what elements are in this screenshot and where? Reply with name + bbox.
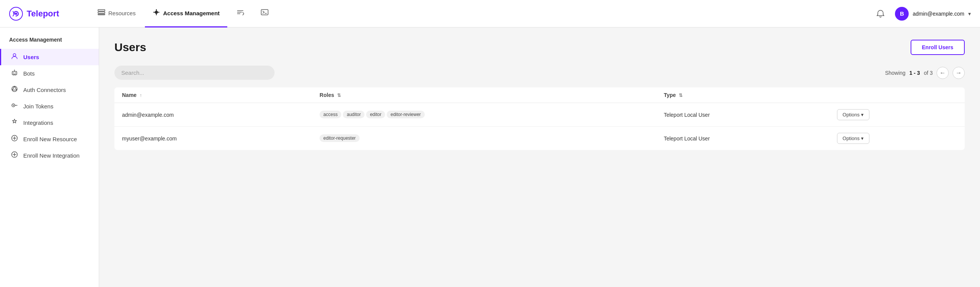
users-table: Name ↑ Roles ⇅ Type ⇅ admin@example.coma… bbox=[114, 87, 965, 150]
join-tokens-icon bbox=[10, 102, 19, 111]
sidebar-item-users-label: Users bbox=[23, 54, 39, 60]
sidebar-title: Access Management bbox=[0, 37, 99, 49]
user-name-cell: admin@example.com bbox=[114, 103, 312, 127]
nav-item-resources[interactable]: Resources bbox=[90, 0, 143, 27]
role-tag: auditor bbox=[343, 111, 365, 118]
chevron-down-icon: ▾ bbox=[861, 135, 864, 141]
options-button[interactable]: Options ▾ bbox=[837, 109, 870, 120]
chevron-down-icon: ▾ bbox=[861, 112, 864, 118]
auth-connectors-icon bbox=[10, 85, 19, 94]
svg-rect-14 bbox=[12, 71, 17, 75]
sidebar-item-integrations-label: Integrations bbox=[23, 119, 53, 126]
role-tag: access bbox=[320, 111, 341, 118]
sidebar-item-join-tokens-label: Join Tokens bbox=[23, 103, 53, 110]
sidebar-item-join-tokens[interactable]: Join Tokens bbox=[0, 98, 99, 114]
options-label: Options bbox=[843, 112, 860, 118]
sidebar-item-bots[interactable]: Bots bbox=[0, 65, 99, 82]
nav-item-activity[interactable] bbox=[229, 0, 252, 27]
terminal-icon bbox=[261, 9, 268, 17]
svg-rect-2 bbox=[98, 10, 105, 11]
user-name-cell: myuser@example.com bbox=[114, 127, 312, 150]
search-row: Showing 1 - 3 of 3 ← → bbox=[114, 66, 965, 80]
top-nav-items: Resources Access Management bbox=[90, 0, 861, 27]
pagination-info: Showing 1 - 3 of 3 ← → bbox=[885, 67, 965, 79]
user-options-cell: Options ▾ bbox=[829, 127, 965, 150]
main-content: Users Enroll Users Showing 1 - 3 of 3 ← … bbox=[99, 27, 980, 287]
sidebar-item-enroll-resource[interactable]: Enroll New Resource bbox=[0, 131, 99, 147]
integrations-icon bbox=[10, 118, 19, 127]
user-type-cell: Teleport Local User bbox=[656, 127, 829, 150]
teleport-logo-icon bbox=[9, 7, 23, 21]
pagination-prev-button[interactable]: ← bbox=[937, 67, 949, 79]
sidebar-item-auth-connectors-label: Auth Connectors bbox=[23, 87, 66, 93]
access-management-icon bbox=[153, 8, 160, 18]
sidebar: Access Management Users Bots Auth Connec… bbox=[0, 27, 99, 287]
enroll-resource-icon bbox=[10, 135, 19, 144]
sidebar-item-enroll-integration[interactable]: Enroll New Integration bbox=[0, 147, 99, 164]
pagination-next-button[interactable]: → bbox=[953, 67, 965, 79]
column-header-roles[interactable]: Roles ⇅ bbox=[312, 87, 656, 103]
role-tag: editor-reviewer bbox=[387, 111, 424, 118]
sidebar-item-bots-label: Bots bbox=[23, 70, 35, 77]
user-roles-cell: accessauditoreditoreditor-reviewer bbox=[312, 103, 656, 127]
sidebar-item-integrations[interactable]: Integrations bbox=[0, 114, 99, 131]
nav-item-terminal[interactable] bbox=[253, 0, 276, 27]
enroll-integration-icon bbox=[10, 151, 19, 160]
user-options-cell: Options ▾ bbox=[829, 103, 965, 127]
nav-right: B admin@example.com ▾ bbox=[874, 7, 971, 21]
svg-point-13 bbox=[13, 54, 16, 56]
sidebar-item-enroll-resource-label: Enroll New Resource bbox=[23, 136, 77, 142]
svg-rect-4 bbox=[98, 14, 105, 15]
svg-rect-3 bbox=[98, 12, 105, 13]
pagination-prefix: Showing bbox=[885, 70, 906, 76]
users-icon bbox=[10, 53, 19, 61]
pagination-range: 1 - 3 bbox=[909, 70, 920, 76]
sidebar-item-users[interactable]: Users bbox=[0, 49, 99, 65]
sidebar-item-auth-connectors[interactable]: Auth Connectors bbox=[0, 82, 99, 98]
name-sort-icon: ↑ bbox=[140, 93, 142, 98]
page-header: Users Enroll Users bbox=[114, 40, 965, 55]
svg-point-20 bbox=[13, 105, 14, 106]
column-header-name[interactable]: Name ↑ bbox=[114, 87, 312, 103]
avatar: B bbox=[895, 7, 909, 21]
nav-item-resources-label: Resources bbox=[108, 10, 136, 16]
role-tag: editor bbox=[366, 111, 385, 118]
notifications-button[interactable] bbox=[874, 7, 887, 21]
pagination-suffix: of 3 bbox=[924, 70, 933, 76]
chevron-down-icon: ▾ bbox=[968, 11, 971, 17]
top-navigation: Teleport Resources Access Management bbox=[0, 0, 980, 27]
resources-icon bbox=[98, 9, 105, 17]
enroll-users-button[interactable]: Enroll Users bbox=[911, 40, 965, 55]
column-header-actions bbox=[829, 87, 965, 103]
options-button[interactable]: Options ▾ bbox=[837, 133, 870, 144]
search-input[interactable] bbox=[114, 66, 275, 80]
table-row: myuser@example.comeditor-requesterTelepo… bbox=[114, 127, 965, 150]
roles-sort-icon: ⇅ bbox=[337, 93, 341, 98]
type-sort-icon: ⇅ bbox=[679, 93, 683, 98]
bots-icon bbox=[10, 69, 19, 78]
column-header-type[interactable]: Type ⇅ bbox=[656, 87, 829, 103]
sidebar-item-enroll-integration-label: Enroll New Integration bbox=[23, 152, 80, 159]
logo[interactable]: Teleport bbox=[9, 7, 78, 21]
user-menu[interactable]: B admin@example.com ▾ bbox=[895, 7, 971, 21]
options-label: Options bbox=[843, 135, 860, 141]
app-name: Teleport bbox=[27, 9, 59, 19]
svg-point-15 bbox=[13, 73, 14, 73]
svg-point-16 bbox=[15, 73, 16, 73]
nav-item-access-management-label: Access Management bbox=[163, 10, 220, 16]
activity-icon bbox=[236, 9, 244, 17]
page-title: Users bbox=[114, 41, 146, 54]
table-row: admin@example.comaccessauditoreditoredit… bbox=[114, 103, 965, 127]
user-roles-cell: editor-requester bbox=[312, 127, 656, 150]
nav-item-access-management[interactable]: Access Management bbox=[145, 0, 227, 27]
app-body: Access Management Users Bots Auth Connec… bbox=[0, 27, 980, 287]
user-email: admin@example.com bbox=[913, 11, 964, 17]
role-tag: editor-requester bbox=[320, 134, 360, 142]
svg-point-1 bbox=[15, 13, 17, 15]
user-type-cell: Teleport Local User bbox=[656, 103, 829, 127]
